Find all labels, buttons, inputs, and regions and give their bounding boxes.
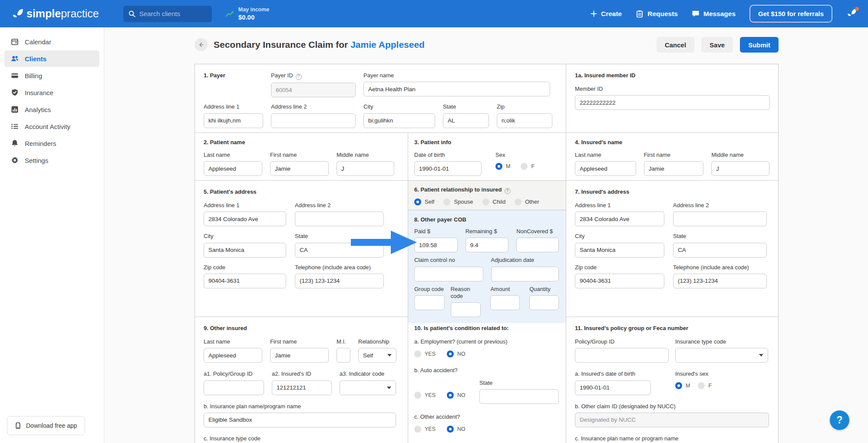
cancel-button[interactable]: Cancel bbox=[657, 37, 694, 53]
radio-insured-sex-m[interactable]: M bbox=[675, 382, 690, 389]
condition-employment-block: a. Employment? (current or previous) YES… bbox=[414, 338, 559, 357]
other-insured-a2-input[interactable] bbox=[272, 380, 332, 395]
back-button[interactable] bbox=[195, 38, 208, 51]
radio-employment-yes[interactable]: YES bbox=[414, 350, 436, 357]
radio-relationship-spouse[interactable]: Spouse bbox=[443, 198, 473, 205]
payer-address2-input[interactable] bbox=[271, 113, 356, 128]
referral-button[interactable]: Get $150 for referrals bbox=[749, 5, 832, 23]
patient-address2-input[interactable] bbox=[295, 212, 384, 226]
patient-zip-input[interactable] bbox=[204, 274, 286, 288]
sidebar-item-calendar[interactable]: Calendar bbox=[4, 33, 99, 50]
insured-address2-input[interactable] bbox=[673, 212, 767, 226]
patient-dob-field: Date of birth bbox=[414, 152, 482, 176]
cob-remaining-input[interactable] bbox=[465, 238, 509, 252]
payer-state-input[interactable] bbox=[443, 113, 489, 128]
search-input[interactable] bbox=[139, 10, 207, 17]
policy-group-id-input[interactable] bbox=[575, 348, 669, 363]
other-insured-a3-select[interactable] bbox=[340, 380, 396, 395]
section-6-relationship: 6. Patient relationship to insured Self … bbox=[408, 181, 566, 210]
payer-name-field: Payer name bbox=[363, 72, 550, 97]
other-insured-last-name-field: Last name bbox=[204, 338, 262, 363]
insured-dob-input[interactable] bbox=[575, 380, 651, 395]
cob-quantity-input[interactable] bbox=[529, 295, 559, 310]
radio-relationship-child[interactable]: Child bbox=[482, 198, 506, 205]
info-icon[interactable] bbox=[505, 188, 511, 194]
insured-first-name-input[interactable] bbox=[644, 161, 704, 176]
insured-last-name-field: Last name bbox=[575, 152, 636, 176]
other-insured-mi-input[interactable] bbox=[337, 348, 350, 363]
insured-last-name-input[interactable] bbox=[575, 161, 636, 176]
client-name-link[interactable]: Jamie Appleseed bbox=[350, 40, 425, 50]
cob-claim-control-input[interactable] bbox=[414, 267, 483, 281]
info-icon[interactable] bbox=[296, 74, 302, 80]
notifications-butterfly-icon[interactable] bbox=[846, 8, 857, 19]
other-insured-mi-field: M.I. bbox=[337, 338, 350, 363]
sidebar-item-label: Insurance bbox=[25, 89, 53, 96]
payer-address1-input[interactable] bbox=[204, 113, 263, 128]
other-insured-a1-input[interactable] bbox=[204, 380, 264, 395]
insured-zip-input[interactable] bbox=[575, 274, 664, 288]
patient-dob-input[interactable] bbox=[414, 161, 482, 176]
insured-phone-input[interactable] bbox=[673, 274, 767, 288]
insured-middle-name-input[interactable] bbox=[711, 161, 769, 176]
patient-city-input[interactable] bbox=[204, 243, 286, 258]
section-1-payer: 1. Payer Payer ID Payer name Address lin… bbox=[195, 64, 566, 132]
save-button[interactable]: Save bbox=[701, 37, 733, 53]
notification-dot bbox=[855, 7, 859, 11]
radio-auto-accident-yes[interactable]: YES bbox=[414, 392, 436, 399]
patient-last-name-input[interactable] bbox=[204, 161, 262, 176]
patient-middle-name-input[interactable] bbox=[337, 161, 394, 176]
payer-city-input[interactable] bbox=[363, 113, 435, 128]
insured-city-input[interactable] bbox=[575, 243, 664, 258]
search-clients-box[interactable] bbox=[123, 6, 212, 22]
sidebar-item-analytics[interactable]: Analytics bbox=[4, 101, 99, 118]
radio-sex-m[interactable]: M bbox=[495, 163, 510, 170]
sidebar-item-reminders[interactable]: Reminders bbox=[4, 135, 99, 152]
brand-logo[interactable]: simplepractice bbox=[11, 7, 99, 20]
other-insured-plan-input[interactable] bbox=[204, 413, 396, 427]
radio-other-accident-no[interactable]: NO bbox=[447, 426, 465, 433]
other-insured-a2-field: a2. Insured's ID bbox=[272, 370, 332, 395]
sidebar-item-settings[interactable]: Settings bbox=[4, 152, 99, 169]
sidebar-item-label: Clients bbox=[25, 55, 46, 63]
income-value: $0.00 bbox=[238, 13, 270, 21]
cob-adjudication-input[interactable] bbox=[491, 267, 559, 281]
cob-paid-input[interactable] bbox=[414, 238, 458, 252]
sidebar-item-account-activity[interactable]: Account Activity bbox=[4, 118, 99, 135]
sidebar-item-billing[interactable]: Billing bbox=[4, 67, 99, 84]
submit-button[interactable]: Submit bbox=[740, 37, 779, 53]
patient-address1-input[interactable] bbox=[204, 212, 286, 226]
payer-name-input[interactable] bbox=[363, 82, 550, 96]
sidebar-item-clients[interactable]: Clients bbox=[4, 50, 99, 67]
payer-zip-input[interactable] bbox=[497, 113, 552, 128]
download-app-button[interactable]: Download free app bbox=[7, 416, 85, 435]
sidebar-item-label: Calendar bbox=[25, 38, 51, 46]
income-summary[interactable]: May income $0.00 bbox=[226, 7, 270, 21]
radio-sex-f[interactable]: F bbox=[521, 163, 535, 170]
radio-relationship-self[interactable]: Self bbox=[414, 198, 434, 205]
radio-employment-no[interactable]: NO bbox=[447, 350, 465, 357]
cob-reason-code-input[interactable] bbox=[451, 302, 481, 317]
cob-amount-input[interactable] bbox=[490, 295, 520, 310]
radio-relationship-other[interactable]: Other bbox=[515, 198, 539, 205]
help-button[interactable]: ? bbox=[830, 410, 849, 430]
other-insured-first-name-input[interactable] bbox=[270, 348, 329, 363]
requests-button[interactable]: Requests bbox=[636, 10, 678, 18]
auto-accident-state-input[interactable] bbox=[479, 389, 559, 404]
create-button[interactable]: Create bbox=[591, 10, 622, 18]
messages-button[interactable]: Messages bbox=[692, 10, 736, 18]
insured-address1-input[interactable] bbox=[575, 212, 664, 226]
other-insured-last-name-input[interactable] bbox=[204, 348, 262, 363]
cob-noncovered-input[interactable] bbox=[516, 238, 559, 252]
other-insured-relationship-select[interactable]: Self bbox=[358, 348, 396, 363]
patient-first-name-input[interactable] bbox=[270, 161, 329, 176]
insurance-type-code-select[interactable] bbox=[675, 348, 768, 363]
radio-other-accident-yes[interactable]: YES bbox=[414, 426, 436, 433]
member-id-input[interactable] bbox=[575, 95, 770, 110]
cob-group-code-input[interactable] bbox=[414, 295, 445, 310]
insured-state-input[interactable] bbox=[673, 243, 767, 258]
radio-insured-sex-f[interactable]: F bbox=[698, 382, 712, 389]
sidebar-item-insurance[interactable]: Insurance bbox=[4, 84, 99, 101]
radio-auto-accident-no[interactable]: NO bbox=[447, 392, 465, 399]
patient-phone-input[interactable] bbox=[295, 274, 384, 288]
